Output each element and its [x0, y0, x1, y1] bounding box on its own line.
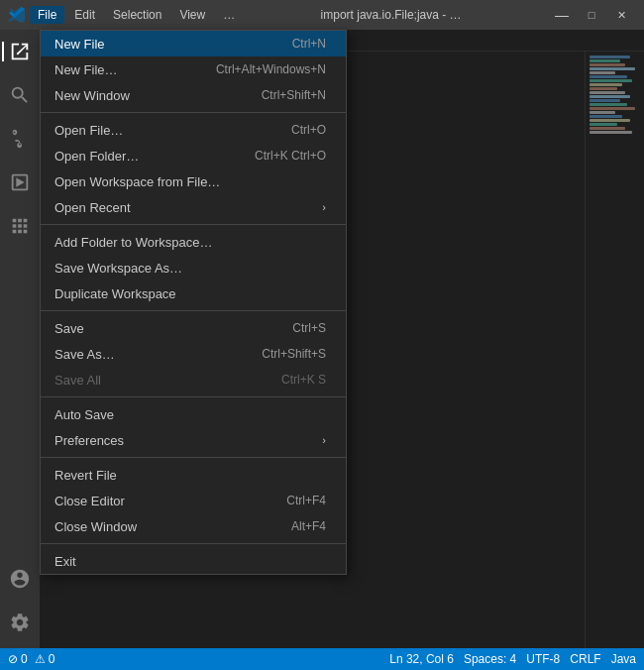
menu-edit[interactable]: Edit	[66, 6, 103, 24]
menu-item-new-window[interactable]: New Window Ctrl+Shift+N	[41, 82, 346, 108]
menu-item-auto-save[interactable]: Auto Save	[41, 401, 346, 427]
menu-item-label: Save All	[54, 373, 101, 388]
menu-item-label: Save Workspace As…	[54, 261, 182, 276]
menu-item-shortcut: Ctrl+N	[292, 37, 326, 51]
error-icon: ⊘	[8, 652, 18, 666]
menu-item-open-file[interactable]: Open File… Ctrl+O	[41, 117, 346, 143]
activity-bar	[0, 30, 40, 648]
menu-view[interactable]: View	[171, 6, 213, 24]
menu-item-save-all: Save All Ctrl+K S	[41, 367, 346, 392]
menu-item-duplicate-workspace[interactable]: Duplicate Workspace	[41, 280, 346, 306]
submenu-arrow-icon: ›	[322, 434, 326, 446]
menu-item-save-workspace[interactable]: Save Workspace As…	[41, 255, 346, 280]
menu-separator-6	[41, 543, 346, 544]
menu-item-label: Duplicate Workspace	[54, 286, 176, 301]
status-errors[interactable]: ⊘ 0 ⚠ 0	[8, 652, 54, 666]
menu-item-shortcut: Ctrl+O	[291, 123, 326, 137]
menu-separator-2	[41, 224, 346, 225]
activity-run[interactable]	[2, 165, 38, 200]
menu-item-save[interactable]: Save Ctrl+S	[41, 315, 346, 341]
menu-item-open-workspace[interactable]: Open Workspace from File…	[41, 168, 346, 194]
activity-settings[interactable]	[2, 605, 38, 640]
activity-search[interactable]	[2, 77, 38, 113]
file-menu-dropdown: New File Ctrl+N New File… Ctrl+Alt+Windo…	[40, 30, 347, 575]
status-bar-right: Ln 32, Col 6 Spaces: 4 UTF-8 CRLF Java	[389, 652, 636, 666]
menu-item-label: Open Folder…	[54, 149, 139, 164]
menu-item-label: Auto Save	[54, 407, 114, 422]
menu-bar: File Edit Selection View …	[30, 6, 243, 24]
status-position[interactable]: Ln 32, Col 6	[389, 652, 454, 666]
menu-item-new-file-dots[interactable]: New File… Ctrl+Alt+Windows+N	[41, 56, 346, 82]
activity-source-control[interactable]	[2, 121, 38, 157]
menu-item-label: Close Window	[54, 519, 137, 534]
status-spaces[interactable]: Spaces: 4	[464, 652, 516, 666]
maximize-button[interactable]: □	[577, 5, 606, 25]
menu-item-shortcut: Ctrl+Alt+Windows+N	[216, 62, 326, 76]
menu-item-shortcut: Ctrl+S	[292, 321, 326, 335]
menu-item-close-editor[interactable]: Close Editor Ctrl+F4	[41, 488, 346, 513]
menu-item-label: Open Workspace from File…	[54, 174, 220, 189]
menu-file[interactable]: File	[30, 6, 64, 24]
status-line-ending[interactable]: CRLF	[570, 652, 600, 666]
menu-separator-1	[41, 112, 346, 113]
menu-item-close-window[interactable]: Close Window Alt+F4	[41, 513, 346, 539]
menu-item-save-as[interactable]: Save As… Ctrl+Shift+S	[41, 341, 346, 367]
menu-item-new-file[interactable]: New File Ctrl+N	[41, 31, 346, 56]
warning-icon: ⚠	[35, 652, 46, 666]
menu-item-exit[interactable]: Exit	[41, 548, 346, 574]
error-count: 0	[21, 652, 28, 666]
menu-item-preferences[interactable]: Preferences ›	[41, 427, 346, 453]
menu-item-add-folder[interactable]: Add Folder to Workspace…	[41, 229, 346, 255]
status-language[interactable]: Java	[611, 652, 636, 666]
menu-item-shortcut: Alt+F4	[291, 519, 326, 533]
window-title: import java.io.File;java - …	[247, 8, 535, 22]
activity-account[interactable]	[2, 561, 38, 597]
menu-item-shortcut: Ctrl+F4	[286, 494, 326, 507]
menu-item-label: New File	[54, 37, 105, 52]
status-encoding[interactable]: UTF-8	[526, 652, 560, 666]
menu-item-label: Open File…	[54, 123, 123, 138]
menu-item-label: Save As…	[54, 347, 115, 362]
menu-item-label: Save	[54, 321, 84, 336]
menu-item-label: Revert File	[54, 468, 117, 483]
menu-separator-4	[41, 396, 346, 397]
minimize-button[interactable]: —	[547, 5, 577, 25]
menu-item-label: Open Recent	[54, 200, 131, 215]
activity-bar-bottom	[2, 561, 38, 648]
menu-separator-5	[41, 457, 346, 458]
menu-item-shortcut: Ctrl+K S	[281, 373, 326, 387]
menu-more[interactable]: …	[215, 6, 243, 24]
menu-item-label: New File…	[54, 62, 118, 77]
menu-item-label: Exit	[54, 554, 76, 569]
menu-item-shortcut: Ctrl+K Ctrl+O	[255, 149, 326, 163]
vscode-icon	[8, 6, 26, 24]
minimap	[585, 52, 644, 648]
menu-item-label: Preferences	[54, 433, 124, 448]
menu-selection[interactable]: Selection	[105, 6, 169, 24]
menu-item-revert-file[interactable]: Revert File	[41, 462, 346, 488]
menu-separator-3	[41, 310, 346, 311]
activity-explorer[interactable]	[2, 34, 38, 69]
status-bar: ⊘ 0 ⚠ 0 Ln 32, Col 6 Spaces: 4 UTF-8 CRL…	[0, 648, 644, 670]
menu-item-shortcut: Ctrl+Shift+N	[262, 88, 326, 102]
close-button[interactable]: ✕	[606, 5, 636, 25]
menu-item-open-folder[interactable]: Open Folder… Ctrl+K Ctrl+O	[41, 143, 346, 168]
activity-extensions[interactable]	[2, 208, 38, 244]
menu-item-shortcut: Ctrl+Shift+S	[262, 347, 326, 361]
title-bar: File Edit Selection View … import java.i…	[0, 0, 644, 30]
submenu-arrow-icon: ›	[322, 201, 326, 213]
menu-item-label: Close Editor	[54, 494, 125, 508]
menu-item-label: New Window	[54, 88, 130, 103]
menu-item-label: Add Folder to Workspace…	[54, 235, 212, 250]
warning-count: 0	[49, 652, 55, 666]
menu-item-open-recent[interactable]: Open Recent ›	[41, 194, 346, 220]
